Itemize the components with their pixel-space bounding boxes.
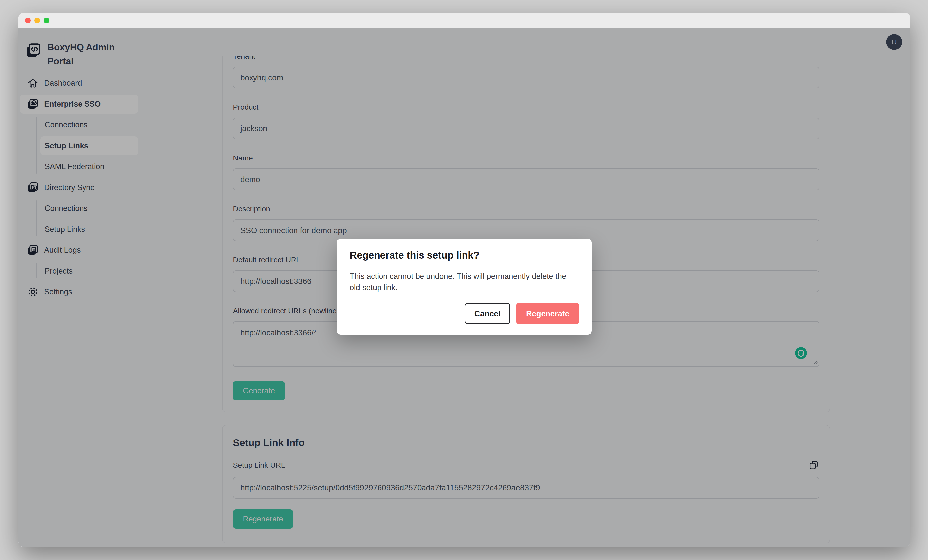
regenerate-confirm-dialog: Regenerate this setup link? This action … — [337, 239, 592, 335]
dialog-body: This action cannot be undone. This will … — [350, 270, 579, 293]
confirm-regenerate-button[interactable]: Regenerate — [516, 303, 579, 324]
cancel-button[interactable]: Cancel — [465, 303, 510, 324]
dialog-actions: Cancel Regenerate — [465, 303, 579, 324]
app-shell: BoxyHQ Admin Portal Dashboard — [18, 28, 910, 547]
zoom-window-button[interactable] — [44, 18, 49, 23]
minimize-window-button[interactable] — [34, 18, 40, 23]
close-window-button[interactable] — [25, 18, 31, 23]
app-window: BoxyHQ Admin Portal Dashboard — [18, 13, 910, 547]
titlebar — [18, 13, 910, 28]
dialog-title: Regenerate this setup link? — [350, 250, 579, 261]
